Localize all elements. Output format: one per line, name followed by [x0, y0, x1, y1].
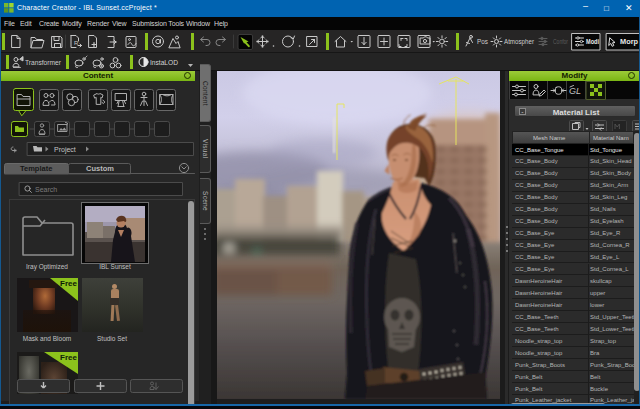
- svg-text:GL: GL: [569, 86, 581, 96]
- svg-text:InstaLOD: InstaLOD: [150, 59, 178, 66]
- svg-text:Custom: Custom: [86, 164, 114, 173]
- svg-text:Template: Template: [20, 164, 52, 173]
- svg-text:Transformer: Transformer: [25, 59, 62, 66]
- svg-text:Project: Project: [54, 146, 76, 154]
- svg-text:Morp: Morp: [620, 38, 638, 46]
- svg-text:Atmospher: Atmospher: [504, 38, 535, 46]
- svg-text:Modi: Modi: [586, 38, 599, 45]
- svg-text:Search: Search: [35, 186, 57, 193]
- svg-text:Pos: Pos: [477, 38, 488, 45]
- svg-text:Confor: Confor: [553, 38, 568, 45]
